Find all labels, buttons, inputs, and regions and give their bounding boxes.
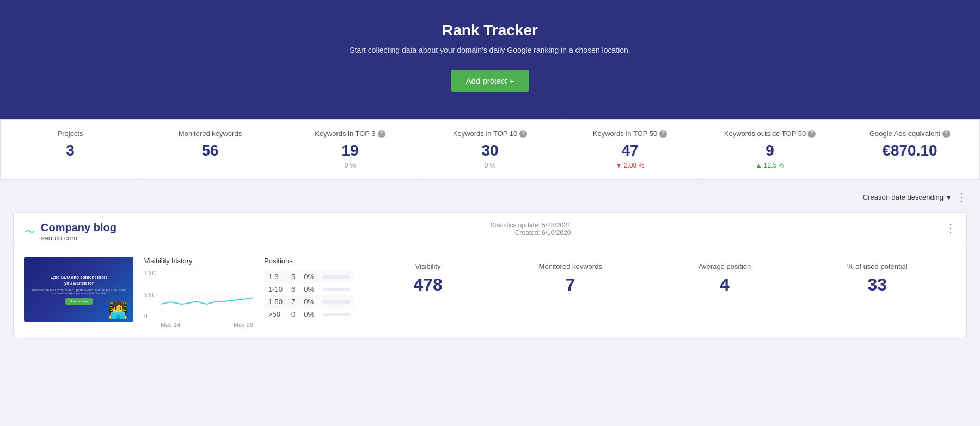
project-created: Created: 6/10/2020 [490,229,571,237]
pos-pct: 0% [299,295,318,308]
project-card-header: 〜 Company blog senuto.com Statistics upd… [14,213,966,248]
sort-select[interactable]: Creation date descending ▾ [863,193,951,201]
position-row: 1-3 5 0% [264,270,354,283]
x-label-start: May 14 [161,322,180,328]
project-meta: Statistics update: 5/28/2021 Created: 6/… [490,221,571,237]
trend-icon: 〜 [24,225,35,239]
stat-item-keywords-top10: Keywords in TOP 10?300 % [420,120,560,179]
pos-count: 7 [287,295,299,308]
pos-range: >50 [264,308,287,320]
stat-change-keywords-top3: 0 % [286,162,414,169]
pos-range: 1-3 [264,270,287,283]
info-icon-keywords-top3: ? [378,130,385,138]
potential-value: 33 [847,275,908,295]
chart-x-labels: May 14 May 28 [144,322,253,328]
hero-subtitle: Start collecting data about your domain'… [11,46,969,54]
info-icon-keywords-outside-top50: ? [808,130,816,138]
y-label-0: 0 [144,313,156,319]
thumb-sub: Join over 16 000 experts and upgrade eac… [30,288,128,295]
stat-label-monitored-keywords: Monitored keywords [146,129,274,138]
thumb-cta-button[interactable]: Start for free [65,298,92,305]
pos-pct: 0% [299,308,318,320]
project-domain: senuto.com [41,234,117,242]
project-info: Company blog senuto.com [41,221,117,242]
main-content: Creation date descending ▾ ⋮ 〜 Company b… [0,180,980,348]
stats-update: Statistics update: 5/28/2021 [490,221,571,229]
thumb-person-icon: 🧑‍💻 [108,300,128,319]
pos-range: 1-50 [264,295,287,308]
sort-bar: Creation date descending ▾ ⋮ [13,190,967,203]
avg-pos-value: 4 [699,275,751,295]
pos-bar [318,270,354,283]
add-project-button[interactable]: Add project + [451,70,530,92]
info-icon-keywords-top50: ? [659,130,667,138]
site-thumbnail: Epic SEO and content toolsyou waited for… [24,257,133,322]
chart-y-labels: 1000 500 0 [144,270,156,319]
chart-section: Visibility history 1000 500 0 [144,257,253,328]
avg-pos-label: Average position [699,262,751,270]
more-options-icon[interactable]: ⋮ [956,190,967,203]
chart-container: 1000 500 0 [144,270,253,319]
positions-section: Positions 1-3 5 0% 1-10 6 0% 1-50 7 0% >… [264,257,354,320]
stat-value-keywords-top50: 47 [566,142,694,159]
y-label-1000: 1000 [144,270,156,276]
positions-table: 1-3 5 0% 1-10 6 0% 1-50 7 0% >50 0 0% [264,270,354,320]
info-icon-keywords-top10: ? [519,130,527,138]
stat-item-keywords-outside-top50: Keywords outside TOP 50?9▲ 12.5 % [700,120,840,179]
pos-count: 6 [287,283,299,295]
pos-range: 1-10 [264,283,287,295]
stat-value-keywords-outside-top50: 9 [706,142,834,159]
page-title: Rank Tracker [11,22,969,39]
stat-label-google-ads: Google Ads equivalent? [846,129,974,138]
pos-bar [318,308,354,320]
position-row: >50 0 0% [264,308,354,320]
pos-pct: 0% [299,283,318,295]
monitored-label: Monitored keywords [539,262,602,270]
hero-section: Rank Tracker Start collecting data about… [0,0,980,119]
chart-title: Visibility history [144,257,253,265]
stat-item-projects: Projects3 [1,120,140,179]
stat-change-keywords-top50: ▼ 2.08 % [566,162,694,169]
sort-label: Creation date descending [863,193,944,201]
position-row: 1-10 6 0% [264,283,354,295]
project-stats: Visibility 478 Monitored keywords 7 Aver… [365,257,955,300]
stat-item-google-ads: Google Ads equivalent?€870.10 [840,120,979,179]
visibility-chart [161,270,253,319]
stats-bar: Projects3Monitored keywords56Keywords in… [0,119,980,180]
stat-value-google-ads: €870.10 [846,142,974,159]
pstat-visibility: Visibility 478 [413,262,442,295]
visibility-value: 478 [413,275,442,295]
stat-label-keywords-top10: Keywords in TOP 10? [426,129,554,138]
pos-count: 0 [287,308,299,320]
project-more-icon[interactable]: ⋮ [945,221,955,234]
pos-pct: 0% [299,270,318,283]
project-title-area: 〜 Company blog senuto.com [24,221,117,242]
potential-label: % of used potential [847,262,908,270]
stat-value-keywords-top3: 19 [286,142,414,159]
chevron-down-icon: ▾ [947,193,951,201]
positions-title: Positions [264,257,354,265]
monitored-value: 7 [539,275,602,295]
position-row: 1-50 7 0% [264,295,354,308]
thumb-title: Epic SEO and content toolsyou waited for [30,274,128,286]
stat-label-keywords-top50: Keywords in TOP 50? [566,129,694,138]
y-label-500: 500 [144,292,156,298]
pstat-monitored: Monitored keywords 7 [539,262,602,295]
pos-count: 5 [287,270,299,283]
pstat-potential: % of used potential 33 [847,262,908,295]
pos-bar [318,283,354,295]
stat-label-keywords-outside-top50: Keywords outside TOP 50? [706,129,834,138]
stat-label-projects: Projects [6,129,134,138]
x-label-end: May 28 [234,322,253,328]
visibility-label: Visibility [413,262,442,270]
stat-value-monitored-keywords: 56 [146,142,274,159]
stat-value-keywords-top10: 30 [426,142,554,159]
stat-label-keywords-top3: Keywords in TOP 3? [286,129,414,138]
project-card-body: Epic SEO and content toolsyou waited for… [14,248,966,337]
stat-value-projects: 3 [6,142,134,159]
stat-item-monitored-keywords: Monitored keywords56 [140,120,280,179]
project-card: 〜 Company blog senuto.com Statistics upd… [13,212,967,337]
stat-change-keywords-outside-top50: ▲ 12.5 % [706,162,834,169]
stat-item-keywords-top3: Keywords in TOP 3?190 % [280,120,420,179]
stat-item-keywords-top50: Keywords in TOP 50?47▼ 2.08 % [560,120,700,179]
